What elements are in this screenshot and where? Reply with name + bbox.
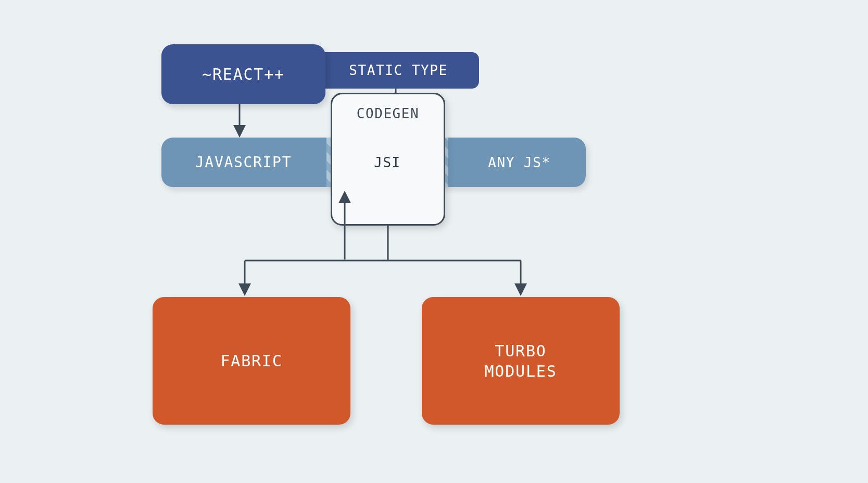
architecture-diagram: ~REACT++ STATIC TYPE JAVASCRIPT ANY JS* … [0, 0, 868, 483]
connector-lines-top [0, 0, 868, 483]
